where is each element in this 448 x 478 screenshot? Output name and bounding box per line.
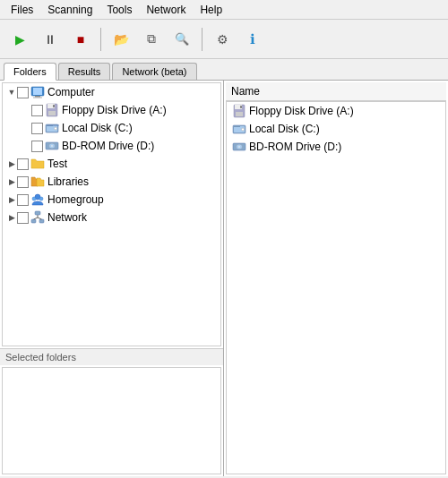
tree-item-libraries[interactable]: ▶ Libraries bbox=[3, 173, 220, 191]
tree-label-libraries: Libraries bbox=[47, 175, 89, 188]
tree-label-computer: Computer bbox=[47, 86, 95, 98]
menubar: Files Scanning Tools Network Help bbox=[0, 0, 448, 20]
cdrom-list-icon bbox=[232, 140, 246, 154]
main-content: ▼ Computer bbox=[0, 81, 448, 476]
tree-label-network: Network bbox=[47, 211, 87, 224]
toolbar bbox=[0, 20, 448, 59]
expander-libraries[interactable]: ▶ bbox=[6, 176, 17, 187]
tree-item-bd-rom[interactable]: BD-ROM Drive (D:) bbox=[3, 137, 220, 155]
selected-folders-box[interactable] bbox=[2, 367, 221, 474]
homegroup-icon bbox=[30, 192, 45, 207]
tab-network[interactable]: Network (beta) bbox=[112, 63, 196, 80]
stop-icon bbox=[77, 32, 84, 47]
floppy-list-icon bbox=[232, 104, 246, 118]
left-panel: ▼ Computer bbox=[0, 81, 224, 476]
menu-files[interactable]: Files bbox=[4, 2, 40, 18]
right-panel: Name Floppy Disk Drive (A:) bbox=[224, 81, 448, 476]
hdd-list-icon bbox=[232, 122, 246, 136]
info-button[interactable] bbox=[238, 25, 267, 54]
svg-line-24 bbox=[38, 218, 42, 219]
tree-item-homegroup[interactable]: ▶ Homegroup bbox=[3, 191, 220, 209]
checkbox-computer[interactable] bbox=[17, 87, 29, 98]
expander-homegroup[interactable]: ▶ bbox=[6, 194, 17, 205]
tree-item-local-c[interactable]: Local Disk (C:) bbox=[3, 119, 220, 137]
checkbox-network[interactable] bbox=[17, 212, 29, 224]
expander-network[interactable]: ▶ bbox=[6, 212, 17, 223]
menu-network[interactable]: Network bbox=[139, 2, 193, 18]
stop-button[interactable] bbox=[66, 25, 95, 54]
svg-rect-3 bbox=[33, 98, 42, 98]
menu-tools[interactable]: Tools bbox=[99, 2, 139, 18]
open-folder-button[interactable] bbox=[107, 25, 135, 54]
tree-item-computer[interactable]: ▼ Computer bbox=[3, 83, 220, 101]
copy-icon bbox=[147, 31, 156, 47]
tab-bar: Folders Results Network (beta) bbox=[0, 59, 448, 81]
tree-label-test: Test bbox=[47, 158, 67, 170]
list-item[interactable]: Floppy Disk Drive (A:) bbox=[227, 102, 445, 120]
checkbox-local-c[interactable] bbox=[31, 123, 43, 134]
find-button[interactable] bbox=[168, 25, 196, 54]
svg-rect-12 bbox=[47, 124, 59, 126]
expander-floppy bbox=[21, 105, 31, 115]
svg-rect-20 bbox=[31, 219, 36, 223]
folder-tree[interactable]: ▼ Computer bbox=[2, 82, 221, 346]
folder-test-icon bbox=[30, 157, 45, 171]
svg-rect-27 bbox=[236, 112, 243, 116]
svg-rect-7 bbox=[53, 105, 55, 107]
expander-bd-rom bbox=[21, 141, 31, 151]
copy-button[interactable] bbox=[137, 25, 166, 54]
toolbar-separator-1 bbox=[100, 28, 101, 51]
svg-line-23 bbox=[34, 218, 39, 219]
hdd-icon bbox=[45, 121, 59, 135]
expander-local-c bbox=[21, 123, 31, 133]
svg-rect-21 bbox=[39, 219, 44, 223]
tree-label-local-c: Local Disk (C:) bbox=[62, 122, 133, 134]
list-item-label: BD-ROM Drive (D:) bbox=[249, 141, 341, 153]
checkbox-bd-rom[interactable] bbox=[31, 141, 43, 152]
svg-point-18 bbox=[39, 197, 43, 201]
tree-item-floppy[interactable]: Floppy Disk Drive (A:) bbox=[3, 101, 220, 119]
tree-label-bd-rom: BD-ROM Drive (D:) bbox=[62, 140, 154, 152]
checkbox-test[interactable] bbox=[17, 158, 29, 170]
svg-rect-19 bbox=[35, 211, 40, 215]
expander-test[interactable]: ▶ bbox=[6, 158, 17, 169]
svg-rect-1 bbox=[33, 88, 42, 95]
folder-icon bbox=[114, 32, 129, 47]
info-icon bbox=[250, 31, 255, 47]
floppy-icon bbox=[45, 103, 59, 117]
list-item-label: Floppy Disk Drive (A:) bbox=[249, 105, 354, 117]
list-item-label: Local Disk (C:) bbox=[249, 123, 320, 135]
list-item[interactable]: Local Disk (C:) bbox=[227, 120, 445, 138]
settings-button[interactable] bbox=[208, 25, 237, 54]
checkbox-libraries[interactable] bbox=[17, 176, 29, 188]
checkbox-floppy[interactable] bbox=[31, 105, 43, 116]
tree-item-test[interactable]: ▶ Test bbox=[3, 155, 220, 173]
tree-label-homegroup: Homegroup bbox=[47, 193, 104, 206]
menu-help[interactable]: Help bbox=[193, 2, 229, 18]
search-icon bbox=[175, 32, 189, 46]
menu-scanning[interactable]: Scanning bbox=[40, 2, 99, 18]
file-list-header: Name bbox=[226, 82, 446, 101]
tab-results[interactable]: Results bbox=[58, 63, 111, 80]
computer-icon bbox=[30, 85, 45, 99]
svg-rect-2 bbox=[35, 96, 40, 98]
svg-rect-6 bbox=[48, 111, 56, 115]
tree-item-network[interactable]: ▶ Network bbox=[3, 209, 220, 226]
libraries-icon bbox=[30, 175, 45, 189]
pause-icon bbox=[44, 32, 56, 47]
selected-folders-label: Selected folders bbox=[0, 348, 223, 365]
settings-icon bbox=[217, 32, 228, 47]
file-list[interactable]: Floppy Disk Drive (A:) Local Disk (C:) bbox=[226, 101, 446, 474]
play-icon bbox=[15, 32, 25, 47]
pause-button[interactable] bbox=[36, 25, 65, 54]
list-item[interactable]: BD-ROM Drive (D:) bbox=[227, 138, 445, 156]
toolbar-separator-2 bbox=[202, 28, 202, 51]
expander-computer[interactable]: ▼ bbox=[6, 87, 17, 98]
play-button[interactable] bbox=[5, 25, 34, 54]
tree-label-floppy: Floppy Disk Drive (A:) bbox=[62, 104, 167, 116]
tab-folders[interactable]: Folders bbox=[4, 63, 56, 81]
svg-point-17 bbox=[32, 197, 36, 201]
cdrom-icon bbox=[45, 139, 59, 153]
svg-point-10 bbox=[55, 127, 57, 130]
checkbox-homegroup[interactable] bbox=[17, 194, 29, 206]
